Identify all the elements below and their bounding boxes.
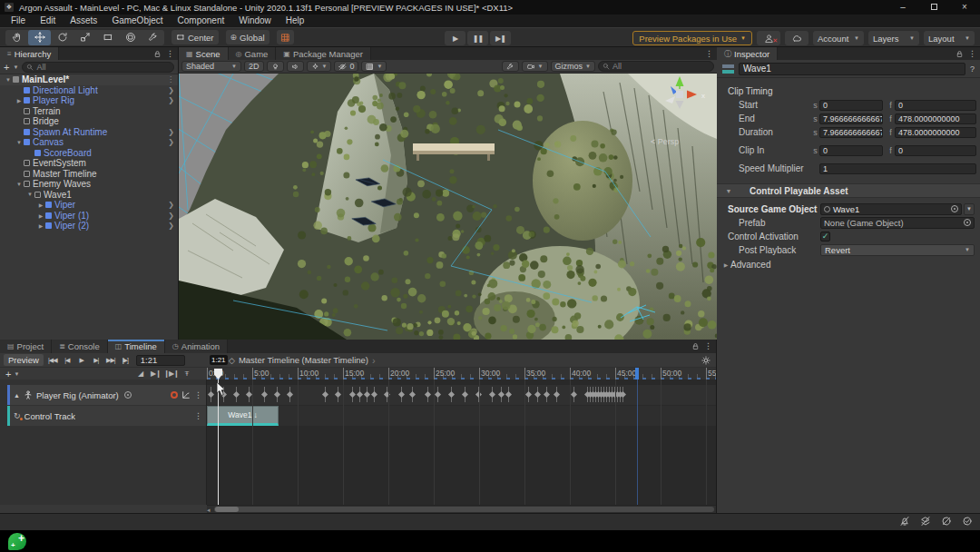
gizmos-dropdown[interactable]: Gizmos▼ <box>551 61 595 72</box>
keyframe-diamond[interactable] <box>208 391 214 398</box>
collapse-icon[interactable]: ▲ <box>14 392 20 399</box>
tab-animation[interactable]: ◷Animation <box>165 340 228 353</box>
layers-dropdown[interactable]: Layers▼ <box>868 31 919 45</box>
scrollbar-track[interactable] <box>214 507 714 512</box>
tab-package-manager[interactable]: ▣Package Manager <box>276 47 371 60</box>
clip-in-frames-field[interactable]: 0 <box>895 145 976 156</box>
curves-icon[interactable] <box>181 390 191 399</box>
replace-mode-button[interactable]: ❙▶❙ <box>163 370 179 378</box>
hierarchy-item-directional-light[interactable]: Directional Light❯ <box>0 85 178 96</box>
keyframe-diamond[interactable] <box>364 391 370 398</box>
prefab-open-chevron-icon[interactable]: ❯ <box>168 222 174 230</box>
cache-server-disabled-icon[interactable] <box>941 516 952 527</box>
hierarchy-item-bridge[interactable]: Bridge <box>0 116 178 127</box>
object-picker-icon[interactable] <box>124 391 132 399</box>
marker-toggle-button[interactable]: Ŧ <box>179 370 194 378</box>
tab-timeline[interactable]: ◫Timeline <box>108 340 165 353</box>
minimize-button[interactable]: – <box>887 0 918 15</box>
object-picker-icon[interactable] <box>951 205 958 212</box>
start-frames-field[interactable]: 0 <box>895 100 976 111</box>
hierarchy-item-spawn-at-runtime[interactable]: Spawn At Runtime❯ <box>0 127 178 138</box>
preview-toggle[interactable]: Preview <box>4 354 44 366</box>
grid-dropdown[interactable]: ▼ <box>361 61 387 72</box>
keyframe-diamond[interactable] <box>571 391 577 398</box>
keyframe-diamond[interactable] <box>544 391 550 398</box>
chevron-down-icon[interactable]: ▼ <box>14 371 19 377</box>
account-dropdown[interactable]: Account▼ <box>813 31 864 45</box>
effects-dropdown[interactable]: ▼ <box>307 61 332 72</box>
source-game-object-field[interactable]: Wave1 <box>820 203 962 215</box>
duration-seconds-field[interactable]: 7.966666666667 <box>819 127 883 138</box>
scene-search-input[interactable]: All <box>598 61 714 72</box>
close-button[interactable]: × <box>949 0 980 15</box>
panel-menu-icon[interactable]: ⋮ <box>705 49 713 58</box>
foldout-arrow-icon[interactable]: ▶ <box>36 212 45 219</box>
transform-tool-button[interactable] <box>119 30 142 45</box>
hierarchy-item-wave1[interactable]: ▼Wave1 <box>0 190 178 201</box>
hand-tool-button[interactable] <box>5 30 28 45</box>
keyframe-diamond[interactable] <box>534 391 541 398</box>
next-frame-button[interactable]: ▶| <box>89 354 103 366</box>
foldout-arrow-icon[interactable]: ▼ <box>25 192 34 197</box>
speed-multiplier-field[interactable]: 1 <box>819 163 976 174</box>
screen-recorder-overlay-icon[interactable]: ++ <box>8 533 26 550</box>
hierarchy-search-input[interactable]: All <box>22 62 174 73</box>
hierarchy-item-enemy-waves[interactable]: ▼Enemy Waves <box>0 179 178 190</box>
track-menu-icon[interactable]: ⋮ <box>194 411 202 420</box>
move-tool-button[interactable] <box>28 30 51 45</box>
restore-button[interactable] <box>918 0 949 15</box>
keyframe-diamond[interactable] <box>462 391 468 398</box>
panel-menu-icon[interactable]: ⋮ <box>704 341 712 350</box>
keyframe-diamond[interactable] <box>554 391 560 398</box>
help-icon[interactable]: ? <box>970 64 975 74</box>
keyframe-diamond[interactable] <box>246 391 252 398</box>
notifications-muted-icon[interactable] <box>899 516 910 527</box>
scene-menu-icon[interactable]: ⋮ <box>167 75 174 84</box>
shading-dropdown[interactable]: Shaded▼ <box>181 61 241 72</box>
hierarchy-item-viper-2-[interactable]: ▶Viper (2)❯ <box>0 221 178 232</box>
keyframe-diamond[interactable] <box>220 391 227 398</box>
tab-scene[interactable]: ▦Scene <box>179 47 229 60</box>
keyframe-diamond[interactable] <box>409 391 416 398</box>
lock-icon[interactable] <box>956 50 964 58</box>
menu-help[interactable]: Help <box>279 15 312 27</box>
menu-assets[interactable]: Assets <box>63 15 104 27</box>
control-activation-checkbox[interactable]: ✓ <box>820 232 830 242</box>
menu-gameobject[interactable]: GameObject <box>104 15 170 27</box>
prefab-open-chevron-icon[interactable]: ❯ <box>168 96 174 104</box>
duration-frames-field[interactable]: 478.0000000000 <box>895 127 976 138</box>
prefab-open-chevron-icon[interactable]: ❯ <box>168 128 174 136</box>
lock-icon[interactable] <box>153 50 162 58</box>
record-button[interactable] <box>171 391 178 399</box>
keyframe-diamond[interactable] <box>371 391 377 398</box>
add-gameobject-button[interactable]: + <box>4 63 9 72</box>
keyframe-diamond[interactable] <box>435 391 441 398</box>
scene-tools-button[interactable] <box>502 61 519 72</box>
layout-dropdown[interactable]: Layout▼ <box>924 31 975 45</box>
foldout-arrow-icon[interactable]: ▶ <box>36 222 45 229</box>
timeline-track-area[interactable]: Wave1 ↓ <box>207 380 716 505</box>
keyframe-diamond[interactable] <box>349 391 356 398</box>
hierarchy-item-viper[interactable]: ▶Viper❯ <box>0 200 178 211</box>
foldout-arrow-icon[interactable]: ▶ <box>15 97 24 104</box>
pivot-toggle[interactable]: Center <box>172 30 219 44</box>
collab-button[interactable]: ✕ <box>757 31 780 45</box>
rotate-tool-button[interactable] <box>51 30 74 45</box>
scene-row-mainlevel-[interactable]: ▼MainLevel*⋮ <box>0 74 178 85</box>
keyframe-diamond[interactable] <box>335 391 341 398</box>
lock-icon[interactable] <box>691 342 700 350</box>
foldout-arrow-icon[interactable]: ▶ <box>721 261 730 268</box>
hierarchy-item-terrain[interactable]: Terrain <box>0 106 178 117</box>
prefab-open-chevron-icon[interactable]: ❯ <box>168 212 174 220</box>
ripple-mode-button[interactable]: ▶❙ <box>148 370 163 378</box>
track-header-player-rig[interactable]: ▲ Player Rig (Animator) ⋮ <box>7 385 206 405</box>
foldout-arrow-icon[interactable]: ▼ <box>724 188 733 194</box>
end-frames-field[interactable]: 478.0000000000 <box>895 113 976 124</box>
keyframe-diamond[interactable] <box>233 391 240 398</box>
scene-viewport[interactable]: x < Persp <box>179 74 717 340</box>
keyframe-diamond[interactable] <box>525 391 532 398</box>
clip-name-field[interactable] <box>739 63 965 75</box>
hierarchy-item-master-timeline[interactable]: Master Timeline <box>0 169 178 180</box>
breadcrumb[interactable]: Master Timeline (Master Timeline) <box>239 355 368 365</box>
audio-toggle[interactable] <box>287 61 304 72</box>
